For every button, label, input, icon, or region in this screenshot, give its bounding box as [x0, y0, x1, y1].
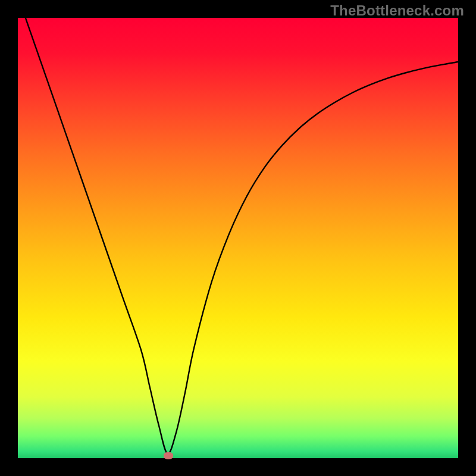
curve-layer	[18, 18, 458, 458]
watermark-text: TheBottleneck.com	[330, 2, 464, 19]
chart-frame: TheBottleneck.com	[0, 0, 476, 476]
plot-area	[18, 18, 458, 458]
optimum-marker	[164, 452, 173, 459]
bottleneck-curve	[18, 18, 458, 454]
